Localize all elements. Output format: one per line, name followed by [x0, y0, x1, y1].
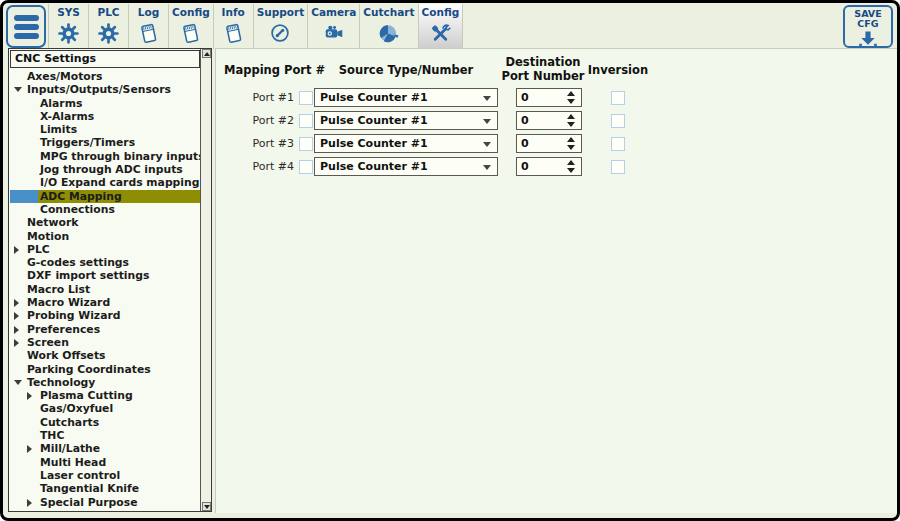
- gear-icon: [97, 19, 120, 49]
- spinner-up-button[interactable]: [565, 114, 577, 120]
- inversion-checkbox[interactable]: [611, 137, 625, 151]
- arrow-up-icon: [204, 52, 210, 56]
- expander-right-icon[interactable]: [27, 445, 32, 453]
- sidebar-item-screen[interactable]: Screen: [10, 336, 200, 349]
- arrow-up-icon: [567, 137, 575, 142]
- spinner-down-button[interactable]: [565, 145, 577, 151]
- tab-cutchart[interactable]: Cutchart: [359, 4, 417, 49]
- sidebar-item-label: Special Purpose: [40, 496, 138, 509]
- spinner-buttons: [563, 158, 579, 175]
- sidebar-item-limits[interactable]: Limits: [10, 123, 200, 136]
- tab-camera[interactable]: Camera: [307, 4, 359, 49]
- dropdown-selected-value: Pulse Counter #1: [320, 135, 428, 152]
- port-label: Port #4: [224, 157, 294, 176]
- spinner-down-button[interactable]: [565, 99, 577, 105]
- sidebar-item-label: Probing Wizard: [27, 309, 121, 322]
- sidebar-item-x-alarms[interactable]: X-Alarms: [10, 110, 200, 123]
- sidebar-item-dxf-import-settings[interactable]: DXF import settings: [10, 269, 200, 282]
- sidebar-item-preferences[interactable]: Preferences: [10, 323, 200, 336]
- save-cfg-button[interactable]: SAVE CFG: [843, 5, 893, 48]
- expander-right-icon[interactable]: [14, 246, 19, 254]
- sidebar-item-adc-mapping[interactable]: ADC Mapping: [10, 190, 200, 203]
- expander-down-icon[interactable]: [14, 380, 22, 385]
- spinner-down-button[interactable]: [565, 168, 577, 174]
- spinner-buttons: [563, 112, 579, 129]
- port-label: Port #3: [224, 134, 294, 153]
- destination-port-spinner[interactable]: 0: [516, 111, 582, 130]
- sidebar-item-thc[interactable]: THC: [10, 429, 200, 442]
- tab-config[interactable]: Config: [168, 4, 213, 49]
- source-type-dropdown[interactable]: Pulse Counter #1: [314, 157, 498, 176]
- inversion-checkbox[interactable]: [611, 114, 625, 128]
- tab-sys[interactable]: SYS: [48, 4, 88, 49]
- sidebar-item-tangential-knife[interactable]: Tangential Knife: [10, 482, 200, 495]
- sidebar-item-jog-through-adc-inputs[interactable]: Jog through ADC inputs: [10, 163, 200, 176]
- port-checkbox[interactable]: [299, 114, 313, 128]
- sidebar-item-laser-control[interactable]: Laser control: [10, 469, 200, 482]
- sidebar-item-probing-wizard[interactable]: Probing Wizard: [10, 309, 200, 322]
- tab-support[interactable]: Support: [253, 4, 307, 49]
- sidebar-item-plc[interactable]: PLC: [10, 243, 200, 256]
- sidebar-item-g-codes-settings[interactable]: G-codes settings: [10, 256, 200, 269]
- tab-plc[interactable]: PLC: [88, 4, 128, 49]
- sidebar-item-label: Connections: [40, 203, 115, 216]
- sidebar-item-triggers-timers[interactable]: Triggers/Timers: [10, 136, 200, 149]
- source-type-dropdown[interactable]: Pulse Counter #1: [314, 111, 498, 130]
- scroll-down-button[interactable]: [202, 502, 211, 511]
- tab-info[interactable]: Info: [213, 4, 253, 49]
- port-checkbox[interactable]: [299, 160, 313, 174]
- sidebar-item-axes-motors[interactable]: Axes/Motors: [10, 70, 200, 83]
- sidebar-item-label: MPG through binary inputs: [40, 150, 205, 163]
- gear-icon: [57, 19, 80, 49]
- destination-port-spinner[interactable]: 0: [516, 157, 582, 176]
- source-type-dropdown[interactable]: Pulse Counter #1: [314, 134, 498, 153]
- expander-right-icon[interactable]: [27, 499, 32, 507]
- source-type-dropdown[interactable]: Pulse Counter #1: [314, 88, 498, 107]
- sidebar-item-special-purpose[interactable]: Special Purpose: [10, 496, 200, 509]
- destination-port-spinner[interactable]: 0: [516, 88, 582, 107]
- expander-right-icon[interactable]: [14, 339, 19, 347]
- sidebar-item-mill-lathe[interactable]: Mill/Lathe: [10, 442, 200, 455]
- sidebar-item-macro-wizard[interactable]: Macro Wizard: [10, 296, 200, 309]
- arrow-up-icon: [567, 91, 575, 96]
- port-checkbox[interactable]: [299, 137, 313, 151]
- port-checkbox[interactable]: [299, 91, 313, 105]
- sidebar-item-connections[interactable]: Connections: [10, 203, 200, 216]
- spinner-up-button[interactable]: [565, 91, 577, 97]
- tab-log[interactable]: Log: [128, 4, 168, 49]
- sidebar-item-mpg-through-binary-inputs[interactable]: MPG through binary inputs: [10, 150, 200, 163]
- sidebar-item-technology[interactable]: Technology: [10, 376, 200, 389]
- sidebar-item-inputs-outputs-sensors[interactable]: Inputs/Outputs/Sensors: [10, 83, 200, 96]
- sidebar-item-plasma-cutting[interactable]: Plasma Cutting: [10, 389, 200, 402]
- adc-mapping-row: Port #2Pulse Counter #10: [216, 111, 898, 130]
- expander-right-icon[interactable]: [27, 392, 32, 400]
- expander-right-icon[interactable]: [14, 299, 19, 307]
- spinner-value: 0: [521, 158, 529, 175]
- spinner-up-button[interactable]: [565, 160, 577, 166]
- sidebar-item-i-o-expand-cards-mapping[interactable]: I/O Expand cards mapping: [10, 176, 200, 189]
- sidebar-item-alarms[interactable]: Alarms: [10, 97, 200, 110]
- sidebar-item-gas-oxyfuel[interactable]: Gas/Oxyfuel: [10, 402, 200, 415]
- inversion-checkbox[interactable]: [611, 160, 625, 174]
- sidebar-item-work-offsets[interactable]: Work Offsets: [10, 349, 200, 362]
- sidebar-item-motion[interactable]: Motion: [10, 230, 200, 243]
- spinner-down-button[interactable]: [565, 122, 577, 128]
- tree-scrollbar[interactable]: [200, 49, 211, 511]
- expander-down-icon[interactable]: [14, 87, 22, 92]
- sidebar-item-multi-head[interactable]: Multi Head: [10, 456, 200, 469]
- tab-config-2[interactable]: Config: [418, 4, 464, 49]
- inversion-checkbox[interactable]: [611, 91, 625, 105]
- chevron-down-icon: [483, 165, 491, 170]
- sidebar-item-parking-coordinates[interactable]: Parking Coordinates: [10, 363, 200, 376]
- expander-right-icon[interactable]: [14, 326, 19, 334]
- sidebar-item-network[interactable]: Network: [10, 216, 200, 229]
- menu-button[interactable]: [6, 5, 46, 48]
- dropdown-selected-value: Pulse Counter #1: [320, 89, 428, 106]
- sidebar-item-macro-list[interactable]: Macro List: [10, 283, 200, 296]
- sidebar-item-cutcharts[interactable]: Cutcharts: [10, 416, 200, 429]
- scroll-up-button[interactable]: [202, 49, 211, 58]
- spinner-value: 0: [521, 89, 529, 106]
- destination-port-spinner[interactable]: 0: [516, 134, 582, 153]
- expander-right-icon[interactable]: [14, 312, 19, 320]
- spinner-up-button[interactable]: [565, 137, 577, 143]
